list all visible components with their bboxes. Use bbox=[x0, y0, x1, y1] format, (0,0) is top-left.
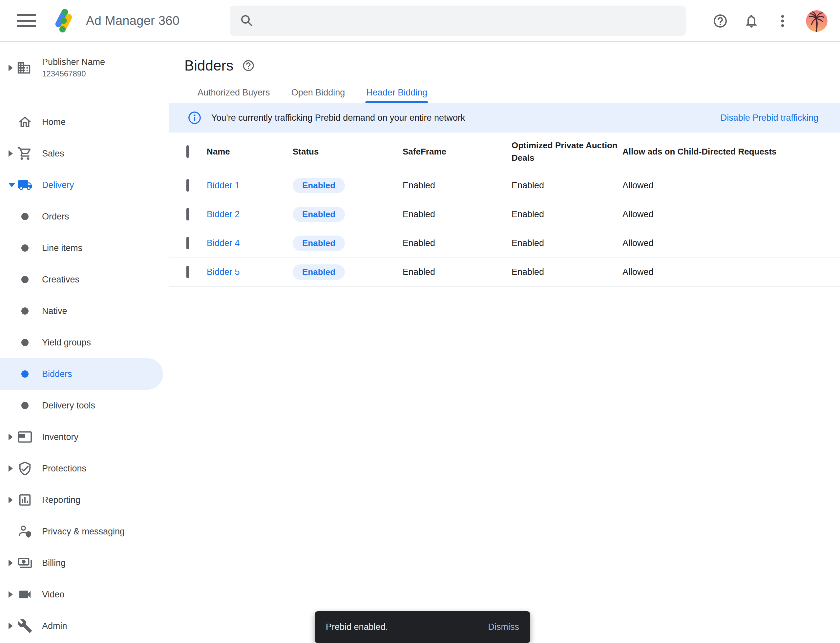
bidder-name-link[interactable]: Bidder 5 bbox=[207, 267, 293, 277]
sidebar-item-label: Native bbox=[42, 306, 67, 316]
tab-authorized-buyers[interactable]: Authorized Buyers bbox=[198, 88, 270, 103]
sidebar-item-yield-groups[interactable]: Yield groups bbox=[0, 327, 169, 358]
toast-dismiss-button[interactable]: Dismiss bbox=[488, 622, 520, 632]
sidebar-item-label: Inventory bbox=[42, 432, 78, 442]
sidebar-item-bidders[interactable]: Bidders bbox=[0, 358, 163, 390]
optimized-private-auction-deals-value: Enabled bbox=[512, 209, 623, 219]
sidebar-item-sales[interactable]: Sales bbox=[0, 138, 169, 169]
bullet-icon bbox=[21, 213, 29, 220]
sidebar-item-label: Sales bbox=[42, 149, 64, 159]
banner-message: You're currently trafficking Prebid dema… bbox=[211, 113, 465, 123]
chevron-right-icon bbox=[8, 623, 13, 629]
chevron-right-icon bbox=[8, 65, 13, 71]
sidebar-item-delivery-tools[interactable]: Delivery tools bbox=[0, 390, 169, 421]
sidebar-item-inventory[interactable]: Inventory bbox=[0, 421, 169, 453]
table-row: Bidder 2 Enabled Enabled Enabled Allowed bbox=[169, 200, 840, 229]
sidebar-item-reporting[interactable]: Reporting bbox=[0, 484, 169, 516]
snackbar-toast: Prebid enabled. Dismiss bbox=[315, 611, 530, 643]
tab-header-bidding[interactable]: Header Bidding bbox=[366, 88, 427, 103]
shield-icon bbox=[17, 460, 33, 477]
app-title: Ad Manager 360 bbox=[86, 14, 180, 28]
select-all-checkbox[interactable] bbox=[186, 145, 189, 158]
bullet-icon bbox=[21, 276, 29, 283]
sidebar-item-creatives[interactable]: Creatives bbox=[0, 264, 169, 295]
bullet-icon bbox=[21, 339, 29, 346]
row-checkbox[interactable] bbox=[186, 266, 189, 278]
sidebar-item-orders[interactable]: Orders bbox=[0, 201, 169, 232]
page-help-icon[interactable] bbox=[242, 59, 255, 72]
building-icon bbox=[16, 60, 31, 75]
optimized-private-auction-deals-value: Enabled bbox=[512, 238, 623, 248]
table-row: Bidder 5 Enabled Enabled Enabled Allowed bbox=[169, 258, 840, 287]
row-checkbox[interactable] bbox=[186, 179, 189, 192]
info-icon bbox=[188, 111, 201, 125]
row-checkbox[interactable] bbox=[186, 208, 189, 220]
bidder-name-link[interactable]: Bidder 1 bbox=[207, 180, 293, 191]
bullet-icon bbox=[21, 245, 29, 251]
inventory-icon bbox=[17, 429, 33, 445]
child-directed-value: Allowed bbox=[623, 209, 840, 219]
main-content: Bidders Authorized BuyersOpen BiddingHea… bbox=[169, 42, 840, 643]
safeframe-value: Enabled bbox=[403, 180, 512, 191]
publisher-name: Publisher Name bbox=[42, 57, 105, 67]
info-banner: You're currently trafficking Prebid dema… bbox=[169, 103, 840, 132]
sidebar-item-label: Yield groups bbox=[42, 338, 91, 348]
video-icon bbox=[17, 587, 33, 602]
publisher-selector[interactable]: Publisher Name 1234567890 bbox=[0, 42, 169, 94]
chevron-right-icon bbox=[8, 434, 13, 440]
status-badge: Enabled bbox=[293, 235, 345, 251]
bidder-name-link[interactable]: Bidder 4 bbox=[207, 238, 293, 248]
row-checkbox[interactable] bbox=[186, 237, 189, 249]
sidebar-item-admin[interactable]: Admin bbox=[0, 610, 169, 642]
chevron-right-icon bbox=[8, 465, 13, 472]
sidebar-item-native[interactable]: Native bbox=[0, 295, 169, 327]
chevron-right-icon bbox=[8, 591, 13, 598]
notifications-bell-icon[interactable] bbox=[744, 13, 759, 29]
column-header-allow-ads-on-child-directed-requests: Allow ads on Child-Directed Requests bbox=[623, 147, 777, 157]
optimized-private-auction-deals-value: Enabled bbox=[512, 180, 623, 191]
chevron-right-icon bbox=[8, 560, 13, 566]
top-app-bar: Ad Manager 360 bbox=[0, 0, 840, 42]
status-badge: Enabled bbox=[293, 207, 345, 222]
sidebar-item-privacy-and-messaging[interactable]: Privacy & messaging bbox=[0, 516, 169, 547]
safeframe-value: Enabled bbox=[403, 209, 512, 219]
safeframe-value: Enabled bbox=[403, 267, 512, 277]
column-header-status: Status bbox=[293, 147, 319, 157]
sidebar-item-billing[interactable]: Billing bbox=[0, 547, 169, 579]
privacy-icon bbox=[17, 524, 33, 539]
sidebar-item-label: Reporting bbox=[42, 495, 80, 505]
sidebar-item-home[interactable]: Home bbox=[0, 106, 169, 138]
sidebar-item-label: Privacy & messaging bbox=[42, 527, 125, 537]
billing-icon bbox=[17, 555, 33, 571]
search-bar[interactable] bbox=[230, 6, 686, 36]
help-icon[interactable] bbox=[713, 13, 728, 29]
tab-bar: Authorized BuyersOpen BiddingHeader Bidd… bbox=[198, 88, 840, 103]
column-header-name: Name bbox=[207, 147, 230, 157]
table-row: Bidder 1 Enabled Enabled Enabled Allowed bbox=[169, 171, 840, 200]
table-header: NameStatusSafeFrameOptimized Private Auc… bbox=[169, 132, 840, 171]
sidebar-item-label: Delivery tools bbox=[42, 401, 95, 411]
disable-prebid-trafficking-link[interactable]: Disable Prebid trafficking bbox=[721, 113, 818, 123]
page-title: Bidders bbox=[185, 57, 233, 74]
publisher-id: 1234567890 bbox=[42, 69, 105, 78]
more-options-icon[interactable] bbox=[775, 13, 791, 29]
column-header-safeframe: SafeFrame bbox=[403, 147, 446, 157]
tab-open-bidding[interactable]: Open Bidding bbox=[291, 88, 345, 103]
sidebar-item-label: Creatives bbox=[42, 274, 79, 285]
bidder-name-link[interactable]: Bidder 2 bbox=[207, 209, 293, 219]
search-icon bbox=[240, 13, 254, 28]
child-directed-value: Allowed bbox=[623, 267, 840, 277]
bullet-icon bbox=[21, 370, 29, 378]
sidebar-item-line-items[interactable]: Line items bbox=[0, 232, 169, 264]
search-input[interactable] bbox=[261, 15, 676, 26]
sidebar-item-video[interactable]: Video bbox=[0, 579, 169, 610]
avatar[interactable] bbox=[806, 10, 827, 32]
sidebar-item-delivery[interactable]: Delivery bbox=[0, 169, 169, 201]
sidebar-item-label: Admin bbox=[42, 621, 67, 631]
menu-icon[interactable] bbox=[17, 13, 36, 28]
sidebar-nav: Home Sales Delivery Orders Line items Cr… bbox=[0, 94, 169, 642]
ad-manager-logo-icon bbox=[50, 7, 77, 34]
child-directed-value: Allowed bbox=[623, 180, 840, 191]
column-header-optimized-private-auction-deals: Optimized Private Auction Deals bbox=[512, 140, 618, 163]
sidebar-item-protections[interactable]: Protections bbox=[0, 453, 169, 484]
